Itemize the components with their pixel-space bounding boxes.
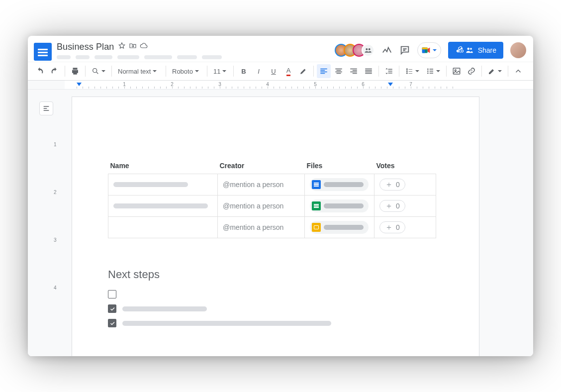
vote-chip[interactable]: ＋0 [379, 179, 405, 191]
mention-placeholder[interactable]: @mention a person [223, 202, 283, 210]
document-outline-button[interactable] [39, 101, 53, 115]
star-icon[interactable] [118, 42, 126, 52]
smart-table[interactable]: Name Creator Files Votes @mention a pers… [108, 162, 436, 238]
placeholder-text [113, 182, 188, 187]
font-family-dropdown[interactable]: Roboto [169, 64, 204, 78]
insert-image-button[interactable] [450, 64, 464, 78]
account-avatar[interactable] [510, 42, 526, 58]
share-button[interactable]: Share [448, 42, 503, 59]
docs-file-icon [312, 180, 321, 189]
zoom-dropdown[interactable] [89, 64, 108, 78]
italic-button[interactable]: I [252, 64, 266, 78]
svg-rect-4 [422, 48, 427, 50]
align-justify-button[interactable] [362, 64, 375, 78]
menu-bar [57, 55, 330, 59]
vote-count: 0 [396, 181, 400, 189]
vruler-label: 4 [54, 285, 57, 291]
undo-button[interactable] [33, 64, 47, 78]
vruler-label: 2 [54, 190, 57, 195]
activity-icon[interactable] [381, 45, 392, 56]
vote-chip[interactable]: ＋0 [379, 200, 405, 212]
col-header-votes: Votes [374, 162, 436, 174]
docs-logo-icon[interactable] [34, 43, 52, 61]
insert-link-button[interactable] [465, 64, 478, 78]
bold-button[interactable]: B [237, 64, 251, 78]
placeholder-text [122, 321, 331, 326]
move-icon[interactable] [129, 42, 137, 52]
align-left-button[interactable] [317, 64, 331, 78]
svg-point-8 [467, 48, 469, 50]
file-chip-label [324, 203, 364, 208]
svg-rect-17 [453, 68, 460, 74]
caret-down-icon [195, 70, 199, 72]
file-chip[interactable] [310, 178, 369, 191]
checklist-item[interactable] [108, 290, 443, 298]
placeholder-text [122, 306, 207, 311]
menu-item[interactable] [57, 55, 71, 59]
menu-item[interactable] [177, 55, 197, 59]
meet-button[interactable] [417, 42, 441, 58]
file-chip-label [324, 225, 364, 230]
menu-item[interactable] [117, 55, 139, 59]
highlight-button[interactable] [296, 64, 310, 78]
checkbox[interactable] [108, 290, 116, 298]
table-row[interactable]: @mention a person＋0 [108, 217, 436, 238]
header-right: Share [335, 42, 526, 59]
section-heading-next-steps: Next steps [108, 268, 443, 281]
anonymous-collaborator[interactable] [362, 44, 374, 57]
checklist-button[interactable] [402, 64, 422, 78]
checkbox[interactable] [108, 304, 116, 313]
document-title[interactable]: Business Plan [57, 42, 114, 52]
collapse-toolbar-button[interactable] [511, 64, 525, 78]
left-gutter: 1234 [28, 90, 65, 356]
file-chip[interactable] [310, 199, 369, 212]
checkbox[interactable] [108, 319, 116, 327]
svg-point-0 [366, 48, 368, 50]
svg-point-16 [427, 73, 429, 74]
title-bar: Business Plan [28, 36, 533, 62]
caret-down-icon [222, 70, 226, 72]
svg-point-1 [368, 48, 370, 50]
svg-point-10 [93, 69, 97, 73]
slides-file-icon [312, 223, 321, 232]
collaborator-avatars[interactable] [335, 44, 374, 57]
redo-button[interactable] [48, 64, 62, 78]
menu-item[interactable] [144, 55, 172, 59]
paragraph-style-dropdown[interactable]: Normal text [115, 64, 163, 78]
file-chip-label [324, 182, 364, 187]
text-color-button[interactable]: A [281, 64, 295, 78]
cloud-saved-icon[interactable] [140, 42, 148, 52]
font-size-value: 11 [213, 68, 220, 75]
indent-marker-left[interactable] [77, 83, 82, 86]
vote-count: 0 [396, 202, 400, 210]
table-row[interactable]: @mention a person＋0 [108, 196, 436, 217]
print-button[interactable] [68, 64, 82, 78]
line-spacing-button[interactable] [382, 64, 396, 78]
align-center-button[interactable] [332, 64, 346, 78]
svg-point-18 [455, 70, 456, 71]
mention-placeholder[interactable]: @mention a person [223, 223, 283, 231]
editing-mode-dropdown[interactable] [485, 64, 505, 78]
comment-history-icon[interactable] [399, 45, 410, 56]
file-chip[interactable] [310, 221, 369, 234]
menu-item[interactable] [94, 55, 112, 59]
vote-chip[interactable]: ＋0 [379, 221, 405, 233]
plus-icon: ＋ [385, 223, 393, 231]
font-size-dropdown[interactable]: 11 [210, 64, 230, 78]
checklist-item[interactable] [108, 304, 443, 313]
underline-button[interactable]: U [267, 64, 280, 78]
sheets-file-icon [312, 201, 321, 210]
checklist-item[interactable] [108, 319, 443, 327]
menu-item[interactable] [76, 55, 90, 59]
indent-marker-right[interactable] [388, 83, 393, 86]
menu-item[interactable] [202, 55, 222, 59]
document-page[interactable]: Name Creator Files Votes @mention a pers… [72, 97, 479, 356]
mention-placeholder[interactable]: @mention a person [223, 181, 283, 189]
vertical-ruler[interactable]: 1234 [53, 90, 61, 356]
vruler-label: 3 [54, 237, 57, 243]
table-row[interactable]: @mention a person＋0 [108, 174, 436, 196]
align-right-button[interactable] [347, 64, 361, 78]
bulleted-list-button[interactable] [423, 64, 443, 78]
svg-rect-13 [406, 73, 408, 74]
horizontal-ruler[interactable]: 1234567 [28, 81, 533, 90]
